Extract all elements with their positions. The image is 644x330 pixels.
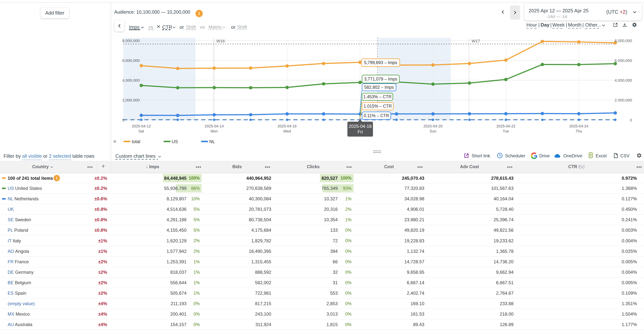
svg-text:Tue: Tue — [503, 129, 509, 133]
svg-text:Wed: Wed — [283, 129, 291, 133]
svg-text:2,000,000: 2,000,000 — [615, 98, 632, 102]
svg-text:Mon: Mon — [210, 129, 218, 133]
svg-text:8,000,000: 8,000,000 — [122, 39, 140, 43]
svg-text:2025-04-24: 2025-04-24 — [569, 124, 588, 128]
svg-text:0: 0 — [122, 118, 124, 122]
svg-text:2025-04-16: 2025-04-16 — [278, 124, 296, 128]
svg-text:8,000,000: 8,000,000 — [615, 39, 632, 43]
svg-text:W16: W16 — [216, 39, 225, 43]
svg-text:6,000,000: 6,000,000 — [122, 58, 140, 63]
svg-text:6,000,000: 6,000,000 — [615, 58, 632, 63]
svg-text:4,000,000: 4,000,000 — [615, 78, 632, 82]
svg-text:2,000,000: 2,000,000 — [122, 98, 140, 102]
svg-text:Thu: Thu — [576, 129, 582, 133]
svg-text:2025-04-22: 2025-04-22 — [496, 124, 516, 128]
svg-text:W17: W17 — [472, 39, 480, 43]
svg-text:2025-04-20: 2025-04-20 — [423, 124, 442, 128]
svg-text:Sat: Sat — [138, 129, 144, 133]
svg-text:2025-04-14: 2025-04-14 — [204, 124, 224, 128]
svg-text:Sun: Sun — [430, 129, 436, 133]
svg-text:4,000,000: 4,000,000 — [122, 78, 140, 82]
svg-text:2025-04-12: 2025-04-12 — [132, 124, 151, 128]
svg-text:0: 0 — [630, 118, 632, 122]
